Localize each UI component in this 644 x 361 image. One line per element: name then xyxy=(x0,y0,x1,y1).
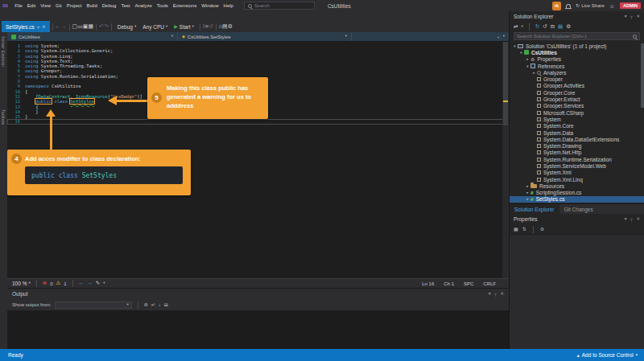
output-content[interactable] xyxy=(7,310,509,349)
close-icon[interactable]: ✕ xyxy=(636,14,640,19)
menu-tools[interactable]: Tools xyxy=(155,0,171,11)
navbar-project-dropdown[interactable]: CsUtilities ▾ xyxy=(7,32,178,41)
close-icon[interactable]: ✕ xyxy=(636,217,640,222)
previous-issue-icon[interactable]: ← xyxy=(79,281,85,286)
expander-icon[interactable]: ▸ xyxy=(531,71,537,75)
redo-icon[interactable]: ↷ xyxy=(104,21,109,32)
navigate-back-icon[interactable]: ← xyxy=(56,21,61,32)
menu-analyze[interactable]: Analyze xyxy=(132,0,154,11)
start-debugging-button[interactable]: ▶ Start ▾ xyxy=(171,24,197,30)
menu-debug[interactable]: Debug xyxy=(100,0,119,11)
tree-item-system[interactable]: System xyxy=(510,116,644,122)
code-editor[interactable]: 1using System;2using System.Collections.… xyxy=(7,42,509,278)
collapse-output-icon[interactable]: ⊟ xyxy=(164,299,168,310)
live-share-button[interactable]: ↻ Live Share xyxy=(576,3,605,8)
user-avatar[interactable]: rk xyxy=(552,2,561,10)
tree-item-system-net-http[interactable]: System.Net.Http xyxy=(510,150,644,156)
menu-help[interactable]: Help xyxy=(221,0,236,11)
pin-tab-icon[interactable]: ┬ xyxy=(37,25,40,29)
menu-git[interactable]: Git xyxy=(53,0,64,11)
new-file-icon[interactable]: ▢ xyxy=(72,21,78,32)
account-icon[interactable]: ☺ xyxy=(609,3,615,9)
tree-item-grooper[interactable]: Grooper xyxy=(510,76,644,82)
tree-item-setstyles-cs[interactable]: ▸SetStyles.cs xyxy=(510,196,644,203)
tree-item-analyzers[interactable]: ▸Analyzers xyxy=(510,69,644,76)
document-tab-setstyles[interactable]: SetStyles.cs ┬ ✕ xyxy=(2,21,50,32)
open-file-icon[interactable]: ▭ xyxy=(77,21,83,32)
window-menu-icon[interactable]: ▾ xyxy=(625,217,627,222)
autoscroll-icon[interactable]: ↓ xyxy=(159,299,161,310)
menu-view[interactable]: View xyxy=(38,0,53,11)
chevron-down-icon[interactable]: ▾ xyxy=(503,35,505,39)
warning-icon[interactable]: ⚠ xyxy=(56,281,61,286)
quick-search-box[interactable]: Search xyxy=(244,2,315,10)
toolbox-vertical-tab[interactable]: Toolbox xyxy=(1,109,6,125)
next-issue-icon[interactable]: → xyxy=(87,281,93,286)
property-pages-icon[interactable]: ⚙ xyxy=(540,227,544,232)
switch-views-icon[interactable]: ⇄ xyxy=(514,24,518,30)
restart-icon[interactable]: ↺ xyxy=(208,21,213,32)
configuration-dropdown[interactable]: Debug ▾ xyxy=(114,24,139,30)
tree-item-microsoft-csharp[interactable]: Microsoft.CSharp xyxy=(510,109,644,116)
menu-extensions[interactable]: Extensions xyxy=(171,0,199,11)
scrollbar-thumb[interactable] xyxy=(503,42,508,125)
save-all-icon[interactable]: ▦ xyxy=(88,21,93,32)
tree-item-scriptingsession-cs[interactable]: ▸ScriptingSession.cs xyxy=(510,190,644,196)
word-wrap-icon[interactable]: ↵ xyxy=(151,299,155,310)
pin-icon[interactable]: ┬ xyxy=(630,14,633,19)
close-tab-icon[interactable]: ✕ xyxy=(42,25,45,29)
tree-item-system-servicemodel-web[interactable]: System.ServiceModel.Web xyxy=(510,162,644,169)
close-icon[interactable]: ✕ xyxy=(500,292,504,297)
navbar-member-dropdown[interactable] xyxy=(352,32,497,41)
expander-icon[interactable]: ▸ xyxy=(525,57,530,61)
tree-item-grooper-core[interactable]: Grooper.Core xyxy=(510,89,644,96)
tree-item-system-xml[interactable]: System.Xml xyxy=(510,170,644,176)
solution-explorer-search-input[interactable] xyxy=(517,34,630,39)
notifications-bell-icon[interactable] xyxy=(566,4,571,8)
code-line-16[interactable]: 16 xyxy=(7,119,509,124)
expander-icon[interactable]: ▸ xyxy=(525,184,530,188)
add-to-source-control-button[interactable]: ▴ Add to Source Control ▴ xyxy=(577,352,638,358)
pin-icon[interactable]: ┬ xyxy=(493,292,497,297)
expander-icon[interactable]: ▾ xyxy=(518,51,524,55)
options-icon[interactable]: ⚙ xyxy=(228,21,233,32)
navbar-type-dropdown[interactable]: ◆ CsUtilities.SetStyles ▾ xyxy=(178,32,352,41)
tree-item-references[interactable]: ▾References xyxy=(510,63,644,69)
tree-item-csutilities[interactable]: ▾CsUtilities xyxy=(510,49,644,55)
new-tab-icon[interactable]: + xyxy=(497,35,500,39)
expander-icon[interactable]: ▸ xyxy=(525,191,530,195)
show-all-files-icon[interactable]: ▤ xyxy=(558,24,563,30)
expander-icon[interactable]: ▾ xyxy=(512,44,518,48)
sync-with-active-document-icon[interactable]: ↻ xyxy=(535,24,539,30)
menu-edit[interactable]: Edit xyxy=(25,0,38,11)
alphabetical-icon[interactable]: ⇅ xyxy=(522,227,526,232)
save-icon[interactable]: ▣ xyxy=(83,21,89,32)
refresh-icon[interactable]: ↺ xyxy=(543,24,547,30)
tree-item-resources[interactable]: ▸Resources xyxy=(510,183,644,189)
server-explorer-vertical-tab[interactable]: Server Explorer xyxy=(1,36,6,67)
solution-explorer-search-box[interactable] xyxy=(514,32,640,40)
menu-build[interactable]: Build xyxy=(84,0,99,11)
expander-icon[interactable]: ▸ xyxy=(525,197,530,201)
tree-item-system-drawing[interactable]: System.Drawing xyxy=(510,142,644,149)
clear-output-icon[interactable]: ⊘ xyxy=(144,299,148,310)
menu-file[interactable]: File xyxy=(12,0,25,11)
properties-icon[interactable]: ⚙ xyxy=(566,24,571,30)
zoom-dropdown[interactable]: 100 % ▾ xyxy=(12,281,31,286)
tree-item-grooper-activities[interactable]: Grooper.Activities xyxy=(510,83,644,89)
edit-icon[interactable]: ✎ xyxy=(96,281,100,286)
tree-item-properties[interactable]: ▸Properties xyxy=(510,56,644,63)
tree-item-system-data[interactable]: System.Data xyxy=(510,129,644,136)
menu-window[interactable]: Window xyxy=(199,0,221,11)
menu-test[interactable]: Test xyxy=(118,0,132,11)
tab-solution-explorer[interactable]: Solution Explorer xyxy=(510,204,559,215)
tree-item-solution-csutilities-1-of-1-project[interactable]: ▾Solution 'CsUtilities' (1 of 1 project) xyxy=(510,43,644,49)
output-source-dropdown[interactable]: ▾ xyxy=(55,302,132,309)
find-in-files-icon[interactable]: ▤ xyxy=(222,21,228,32)
menu-project[interactable]: Project xyxy=(64,0,85,11)
platform-dropdown[interactable]: Any CPU ▾ xyxy=(139,24,171,30)
tree-item-system-xml-linq[interactable]: System.Xml.Linq xyxy=(510,176,644,183)
navigate-forward-icon[interactable]: → xyxy=(61,21,67,32)
tree-item-system-runtime-serialization[interactable]: System.Runtime.Serialization xyxy=(510,156,644,162)
tree-item-system-data-datasetextensions[interactable]: System.Data.DataSetExtensions xyxy=(510,136,644,142)
